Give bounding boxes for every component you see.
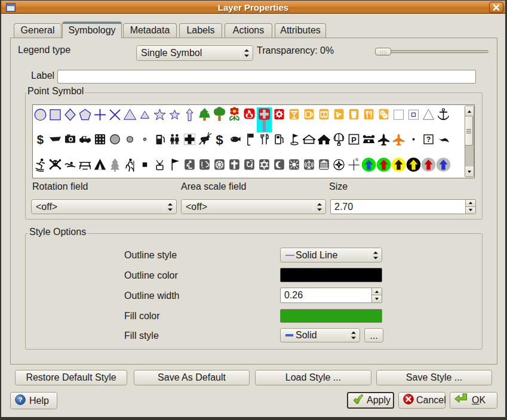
svg-text:?: ?: [18, 396, 22, 403]
